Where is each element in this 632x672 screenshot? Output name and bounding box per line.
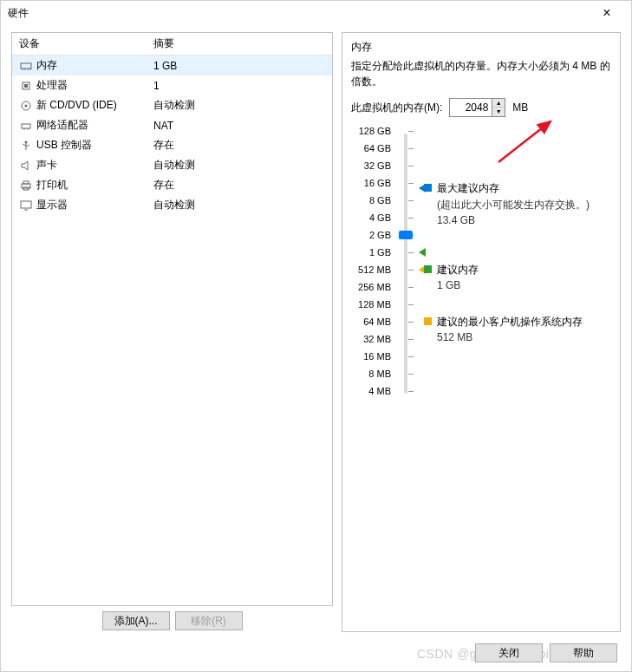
device-row-cpu[interactable]: 处理器1: [12, 75, 332, 95]
device-row-cd[interactable]: 新 CD/DVD (IDE)自动检测: [12, 95, 332, 115]
dialog-footer: 关闭 帮助: [475, 643, 617, 662]
device-row-sound[interactable]: 声卡自动检测: [12, 155, 332, 175]
memory-panel: 内存 指定分配给此虚拟机的内存量。内存大小必须为 4 MB 的倍数。 此虚拟机的…: [342, 32, 621, 632]
close-icon[interactable]: ×: [590, 5, 624, 21]
device-row-memory[interactable]: 内存1 GB: [12, 55, 332, 75]
device-name: 内存: [36, 58, 153, 73]
spin-up-icon[interactable]: ▲: [492, 99, 505, 108]
device-summary: 存在: [153, 178, 174, 192]
marker-rec-icon: [419, 248, 426, 257]
device-summary: 自动检测: [153, 198, 195, 212]
dialog-title: 硬件: [8, 6, 590, 21]
memory-slider[interactable]: [394, 129, 419, 407]
svg-point-8: [25, 104, 28, 107]
tick-label: 256 MB: [358, 282, 391, 292]
memory-unit: MB: [512, 101, 528, 114]
col-device: 设备: [19, 36, 153, 51]
svg-line-14: [23, 144, 26, 146]
tick-label: 1 GB: [369, 247, 391, 258]
device-summary: 自动检测: [153, 158, 195, 173]
device-row-display[interactable]: 显示器自动检测: [12, 195, 332, 215]
device-name: 打印机: [36, 178, 153, 192]
printer-icon: [19, 179, 33, 192]
svg-rect-17: [23, 181, 29, 184]
titlebar: 硬件 ×: [1, 1, 631, 25]
device-summary: NAT: [153, 120, 173, 132]
tick-label: 16 GB: [364, 178, 391, 188]
tick-label: 64 GB: [364, 143, 391, 153]
sound-icon: [19, 160, 33, 172]
device-summary: 存在: [153, 138, 174, 153]
col-summary: 摘要: [153, 36, 174, 51]
tick-label: 128 GB: [359, 126, 391, 136]
device-summary: 自动检测: [153, 98, 195, 113]
memory-input-label: 此虚拟机的内存(M):: [351, 101, 442, 115]
tick-label: 8 GB: [369, 195, 391, 206]
tick-label: 2 GB: [369, 230, 391, 240]
device-name: 声卡: [36, 158, 153, 173]
device-name: 显示器: [36, 198, 153, 212]
memory-spinner[interactable]: ▲ ▼: [449, 98, 505, 117]
tick-label: 4 GB: [369, 212, 391, 223]
cd-icon: [19, 100, 33, 112]
slider-labels: 128 GB64 GB32 GB16 GB8 GB4 GB2 GB1 GB512…: [351, 129, 394, 407]
hardware-dialog: 硬件 × 设备 摘要 内存1 GB处理器1新 CD/DVD (IDE)自动检测网…: [0, 0, 632, 672]
device-list-panel: 设备 摘要 内存1 GB处理器1新 CD/DVD (IDE)自动检测网络适配器N…: [11, 32, 333, 606]
info-min: 建议的最小客户机操作系统内存 512 MB: [424, 315, 583, 343]
device-row-net[interactable]: 网络适配器NAT: [12, 115, 332, 135]
device-name: 新 CD/DVD (IDE): [36, 98, 153, 113]
memory-desc: 指定分配给此虚拟机的内存量。内存大小必须为 4 MB 的倍数。: [351, 58, 611, 89]
info-rec: 建议内存 1 GB: [424, 263, 479, 291]
tick-label: 32 MB: [363, 334, 391, 344]
device-name: 处理器: [36, 78, 153, 93]
svg-rect-6: [24, 84, 28, 88]
memory-icon: [19, 60, 33, 72]
slider-info: 最大建议内存 (超出此大小可能发生内存交换。) 13.4 GB 建议内存 1 G…: [419, 129, 611, 407]
info-max: 最大建议内存 (超出此大小可能发生内存交换。) 13.4 GB: [424, 181, 590, 226]
device-summary: 1 GB: [153, 60, 177, 72]
tick-label: 128 MB: [358, 299, 391, 310]
svg-point-13: [25, 140, 28, 143]
usb-icon: [19, 140, 33, 152]
tick-label: 16 MB: [363, 351, 391, 362]
svg-rect-9: [22, 124, 30, 128]
device-rows: 内存1 GB处理器1新 CD/DVD (IDE)自动检测网络适配器NATUSB …: [12, 55, 332, 215]
tick-label: 512 MB: [358, 264, 391, 275]
device-name: USB 控制器: [36, 138, 153, 153]
tick-label: 64 MB: [363, 316, 391, 327]
tick-label: 32 GB: [364, 160, 391, 171]
tick-label: 8 MB: [368, 369, 391, 379]
memory-input[interactable]: [450, 99, 492, 116]
device-name: 网络适配器: [36, 118, 153, 133]
close-button[interactable]: 关闭: [475, 643, 543, 662]
spin-down-icon[interactable]: ▼: [492, 108, 505, 116]
device-table-header: 设备 摘要: [12, 33, 332, 55]
device-row-usb[interactable]: USB 控制器存在: [12, 135, 332, 155]
slider-thumb[interactable]: [399, 231, 413, 239]
svg-rect-0: [21, 63, 31, 69]
net-icon: [19, 120, 33, 132]
memory-title: 内存: [351, 40, 611, 55]
add-button[interactable]: 添加(A)...: [102, 611, 170, 630]
display-icon: [19, 199, 33, 212]
device-row-printer[interactable]: 打印机存在: [12, 175, 332, 195]
svg-rect-19: [21, 201, 31, 208]
cpu-icon: [19, 80, 33, 92]
content-area: 设备 摘要 内存1 GB处理器1新 CD/DVD (IDE)自动检测网络适配器N…: [1, 25, 631, 632]
help-button[interactable]: 帮助: [550, 643, 617, 662]
remove-button[interactable]: 移除(R): [175, 611, 243, 630]
device-summary: 1: [153, 80, 160, 92]
tick-label: 4 MB: [368, 386, 391, 396]
svg-line-15: [26, 145, 29, 147]
